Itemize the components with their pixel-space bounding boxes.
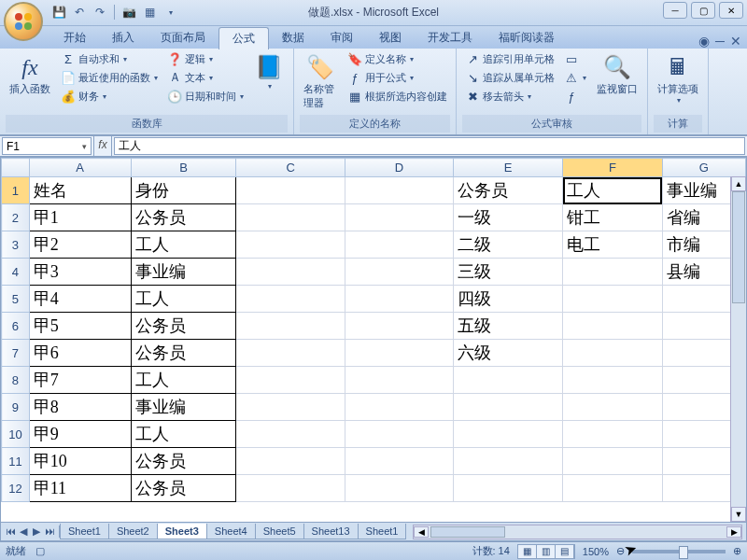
cell-B8[interactable]: 工人: [131, 367, 236, 394]
cell-F2[interactable]: 钳工: [563, 204, 663, 231]
cell-A3[interactable]: 甲2: [29, 231, 131, 259]
column-header-B[interactable]: B: [131, 159, 236, 177]
cell-C7[interactable]: [236, 340, 345, 367]
prev-sheet-icon[interactable]: ◀: [18, 525, 29, 538]
ribbon-tab-5[interactable]: 审阅: [317, 27, 366, 49]
redo-icon[interactable]: ↷: [92, 4, 108, 21]
use-in-formula-button[interactable]: ƒ用于公式▾: [345, 69, 450, 86]
cell-F4[interactable]: [563, 259, 663, 286]
cell-A2[interactable]: 甲1: [29, 204, 131, 231]
cell-E1[interactable]: 公务员: [454, 177, 563, 204]
trace-dependents-button[interactable]: ↘追踪从属单元格: [462, 69, 557, 86]
qat-customize-icon[interactable]: ▾: [162, 4, 179, 21]
cell-C3[interactable]: [236, 231, 345, 259]
cell-E12[interactable]: [454, 475, 563, 502]
scroll-left-icon[interactable]: ◀: [414, 526, 429, 538]
cell-B1[interactable]: 身份: [131, 177, 236, 204]
minimize-button[interactable]: ─: [663, 2, 687, 19]
cell-B6[interactable]: 公务员: [131, 313, 236, 340]
cell-D3[interactable]: [345, 231, 453, 259]
cell-C8[interactable]: [236, 367, 345, 394]
page-layout-view-icon[interactable]: ▥: [537, 545, 556, 558]
cell-A1[interactable]: 姓名: [29, 177, 131, 204]
remove-arrows-button[interactable]: ✖移去箭头▾: [462, 88, 557, 105]
cell-D9[interactable]: [345, 394, 453, 421]
close-button[interactable]: ✕: [719, 2, 743, 19]
cell-C2[interactable]: [236, 204, 345, 231]
zoom-level[interactable]: 150%: [583, 546, 609, 557]
show-formulas-button[interactable]: ▭: [561, 50, 589, 67]
maximize-button[interactable]: ▢: [691, 2, 715, 19]
cell-B3[interactable]: 工人: [131, 231, 236, 259]
cell-D2[interactable]: [345, 204, 453, 231]
more-functions-button[interactable]: 📘▾: [250, 50, 288, 92]
cell-B12[interactable]: 公务员: [131, 475, 236, 502]
cell-C1[interactable]: [236, 177, 345, 204]
name-box[interactable]: F1: [2, 137, 92, 155]
vscroll-thumb[interactable]: [732, 191, 745, 303]
hscroll-thumb[interactable]: [430, 526, 505, 538]
cell-B5[interactable]: 工人: [131, 286, 236, 313]
vertical-scrollbar[interactable]: ▲ ▼: [730, 176, 746, 522]
cell-D7[interactable]: [345, 340, 453, 367]
define-name-button[interactable]: 🔖定义名称▾: [345, 50, 450, 67]
scroll-down-icon[interactable]: ▼: [731, 507, 746, 522]
cell-B4[interactable]: 事业编: [131, 259, 236, 286]
select-all-corner[interactable]: [2, 159, 30, 177]
cell-B9[interactable]: 事业编: [131, 394, 236, 421]
cell-F12[interactable]: [563, 475, 663, 502]
cell-D4[interactable]: [345, 259, 453, 286]
cell-E4[interactable]: 三级: [454, 259, 563, 286]
cell-D10[interactable]: [345, 421, 453, 448]
watch-window-button[interactable]: 🔍 监视窗口: [593, 50, 641, 98]
cell-B10[interactable]: 工人: [131, 421, 236, 448]
ribbon-tab-6[interactable]: 视图: [366, 27, 415, 49]
column-header-G[interactable]: G: [662, 159, 745, 177]
ribbon-tab-8[interactable]: 福昕阅读器: [486, 27, 568, 49]
row-header-9[interactable]: 9: [2, 394, 30, 421]
name-manager-button[interactable]: 🏷️ 名称管理器: [300, 50, 341, 112]
sheet-tab-Sheet1[interactable]: Sheet1: [358, 524, 407, 539]
cell-E3[interactable]: 二级: [454, 231, 563, 259]
ribbon-tab-4[interactable]: 数据: [269, 27, 317, 49]
cell-C9[interactable]: [236, 394, 345, 421]
fx-button[interactable]: fx: [93, 136, 112, 156]
ribbon-minimize-icon[interactable]: ─: [715, 34, 725, 49]
row-header-12[interactable]: 12: [2, 475, 30, 502]
cell-F6[interactable]: [563, 313, 663, 340]
cell-D11[interactable]: [345, 448, 453, 475]
formula-bar[interactable]: 工人: [114, 137, 745, 155]
cell-D6[interactable]: [345, 313, 453, 340]
cell-A9[interactable]: 甲8: [29, 394, 131, 421]
normal-view-icon[interactable]: ▦: [518, 545, 537, 558]
page-break-view-icon[interactable]: ▤: [556, 545, 574, 558]
error-checking-button[interactable]: ⚠▾: [561, 69, 589, 86]
cell-A5[interactable]: 甲4: [29, 286, 131, 313]
sheet-tab-Sheet3[interactable]: Sheet3: [157, 524, 207, 539]
cell-E6[interactable]: 五级: [454, 313, 563, 340]
horizontal-scrollbar[interactable]: ◀ ▶: [413, 525, 742, 539]
last-sheet-icon[interactable]: ⏭: [44, 525, 55, 538]
evaluate-formula-button[interactable]: ƒ: [561, 88, 589, 105]
create-from-selection-button[interactable]: ▦根据所选内容创建: [345, 88, 450, 105]
recent-functions-button[interactable]: 📄最近使用的函数▾: [58, 69, 161, 86]
column-header-C[interactable]: C: [236, 159, 345, 177]
doc-close-icon[interactable]: ✕: [730, 34, 741, 49]
column-header-A[interactable]: A: [29, 159, 131, 177]
row-header-1[interactable]: 1: [2, 177, 30, 204]
cell-A7[interactable]: 甲6: [29, 340, 131, 367]
cell-D12[interactable]: [345, 475, 453, 502]
cell-E7[interactable]: 六级: [454, 340, 563, 367]
cell-B11[interactable]: 公务员: [131, 448, 236, 475]
ribbon-tab-3[interactable]: 公式: [218, 27, 269, 49]
sheet-tab-Sheet5[interactable]: Sheet5: [255, 524, 304, 539]
sheet-tab-Sheet2[interactable]: Sheet2: [108, 524, 158, 539]
office-button[interactable]: [4, 2, 43, 41]
cell-D5[interactable]: [345, 286, 453, 313]
cell-E8[interactable]: [454, 367, 563, 394]
camera-icon[interactable]: 📷: [120, 4, 137, 21]
cell-E11[interactable]: [454, 448, 563, 475]
cell-A11[interactable]: 甲10: [29, 448, 131, 475]
insert-function-button[interactable]: fx 插入函数: [6, 50, 54, 98]
cell-F1[interactable]: 工人: [563, 177, 663, 204]
